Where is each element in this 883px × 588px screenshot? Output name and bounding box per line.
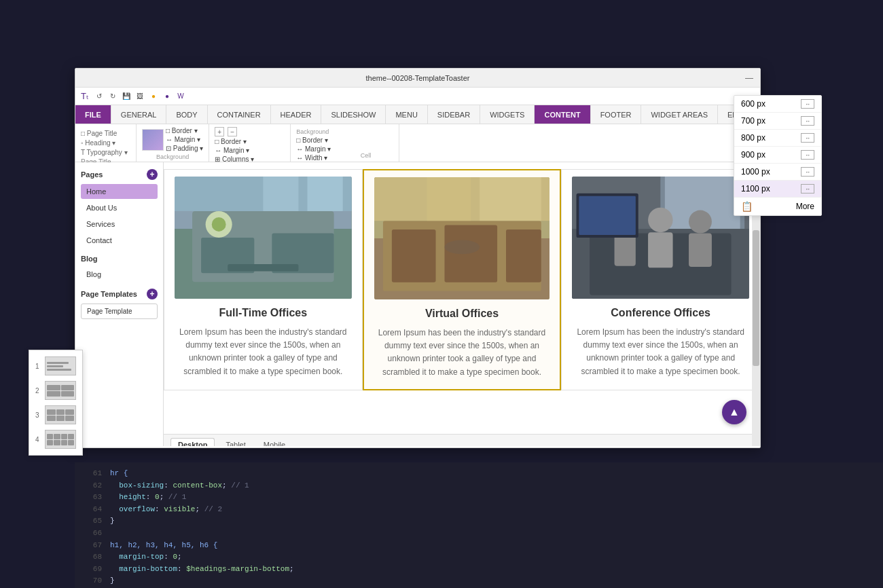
virtual-text: Lorem Ipsum has been the industry's stan… [374,327,550,379]
thumbnail-img-1 [45,356,76,375]
width-1000-icon [801,167,814,177]
sidebar-item-contact[interactable]: Contact [81,233,158,248]
code-line-66: 66 [83,528,875,540]
undo-icon[interactable]: ↺ [93,90,105,103]
fulltime-card[interactable]: Full-Time Offices Lorem Ipsum has been t… [164,169,363,390]
width-option-800[interactable]: 800 px [734,130,821,147]
tab-slideshow[interactable]: SLIDESHOW [321,105,386,124]
toolbar-panel-main: □ Border ▾ ↔ Margin ▾ ⊡ Padding ▾ Backgr… [137,124,209,162]
color-icon[interactable]: ● [147,90,160,103]
svg-point-6 [212,217,226,232]
tab-header[interactable]: HEADER [271,105,322,124]
canvas-area[interactable]: ✕ ⤢ [164,162,760,446]
background-preview-main[interactable] [142,129,164,151]
tab-general[interactable]: GENERAL [111,105,167,124]
fulltime-title: Full-Time Offices [175,307,352,319]
scrollbar-thumb[interactable] [753,230,759,366]
page-title-btn[interactable]: □ Page Title [81,130,128,137]
minimize-button[interactable]: — [745,73,753,83]
margin-btn-main[interactable]: ↔ Margin ▾ [166,136,203,143]
code-line-65: 65 } [83,515,875,528]
svg-point-20 [444,240,480,255]
typography-btn[interactable]: T Typography ▾ [81,149,128,156]
code-line-70: 70 } [83,575,875,587]
sidebar-item-services[interactable]: Services [81,217,158,232]
width-more-icon: 📋 [741,201,753,212]
border-btn-main[interactable]: □ Border ▾ [166,127,203,134]
cell-panel-label: Cell [338,152,393,159]
tab-body[interactable]: BODY [166,105,207,124]
svg-rect-14 [392,229,436,282]
page-template-item[interactable]: Page Template [81,304,158,319]
width-option-600[interactable]: 600 px [734,96,821,113]
code-editor-panel[interactable]: 61 hr { 62 box-sizing: content-box; // 1… [75,462,883,588]
tab-content[interactable]: CONTENT [535,105,590,124]
pages-label: Pages [81,170,103,179]
color2-icon[interactable]: ● [161,90,173,103]
svg-rect-15 [444,225,497,282]
thumbnail-4[interactable]: 4 [33,427,79,452]
tab-sidebar[interactable]: SIDEBAR [428,105,480,124]
title-bar: theme--00208-TemplateToaster — [75,69,760,88]
type-icon: Tₜ [81,91,89,101]
code-line-64: 64 overflow: visible; // 2 [83,504,875,516]
width-1100-icon [801,184,814,194]
tab-footer[interactable]: FOOTER [591,105,642,124]
scroll-top-button[interactable]: ▲ [722,400,746,424]
width-option-900[interactable]: 900 px [734,147,821,164]
width-600-icon [801,99,814,109]
wordpress-icon[interactable]: W [175,90,187,103]
desktop-view-tab[interactable]: Desktop [170,438,215,446]
svg-rect-34 [579,196,636,235]
tab-file[interactable]: FILE [75,105,111,124]
code-line-61: 61 hr { [83,468,875,480]
image-icon[interactable]: 🖼 [134,90,146,103]
tab-menu[interactable]: MENU [386,105,427,124]
mobile-view-tab[interactable]: Mobile [257,439,292,447]
redo-icon[interactable]: ↻ [107,90,119,103]
add-page-button[interactable]: + [147,169,158,180]
save-icon[interactable]: 💾 [120,90,132,103]
padding-btn-main[interactable]: ⊡ Padding ▾ [166,145,203,152]
row-plus-icon[interactable]: + [215,127,224,136]
fulltime-text: Lorem Ipsum has been the industry's stan… [175,326,352,378]
width-option-700[interactable]: 700 px [734,113,821,130]
tablet-view-tab[interactable]: Tablet [219,439,252,447]
border-btn-cell[interactable]: □ Border ▾ [296,136,331,144]
width-panel: 600 px 700 px 800 px 900 px 1000 px 1100… [734,95,822,216]
add-template-button[interactable]: + [147,289,158,299]
width-option-more[interactable]: 📋 More [734,198,821,215]
tab-container[interactable]: CONTAINER [208,105,271,124]
virtual-title: Virtual Offices [374,308,550,320]
conference-image [572,177,749,299]
sidebar-item-home[interactable]: Home [81,184,158,199]
templates-section-title: Page Templates + [81,289,158,299]
left-sidebar: Pages + Home About Us Services Contact B… [75,162,164,446]
width-700-label: 700 px [741,116,765,126]
width-btn-cell[interactable]: ↔ Width ▾ [296,154,331,162]
width-option-1100[interactable]: 1100 px [734,181,821,198]
thumbnail-3[interactable]: 3 [33,403,79,427]
tab-widgets[interactable]: WIDGETS [480,105,535,124]
heading-btn[interactable]: ◦ Heading ▾ [81,139,128,147]
margin-btn-cell[interactable]: ↔ Margin ▾ [296,145,331,153]
border-btn-row[interactable]: □ Border ▾ [215,138,254,145]
svg-rect-7 [228,264,298,271]
sidebar-item-about[interactable]: About Us [81,200,158,215]
svg-point-31 [689,210,712,234]
row-minus-icon[interactable]: − [228,127,237,136]
blog-section-title: Blog [81,255,158,263]
thumbnail-2[interactable]: 2 [33,378,79,403]
tab-widget-areas[interactable]: WIDGET AREAS [641,105,718,124]
width-option-1000[interactable]: 1000 px [734,164,821,181]
editor-window: theme--00208-TemplateToaster — Tₜ ↺ ↻ 💾 … [75,68,761,448]
virtual-image [374,177,550,299]
virtual-card[interactable]: Virtual Offices Lorem Ipsum has been the… [363,169,562,390]
width-900-icon [801,150,814,160]
code-line-62: 62 box-sizing: content-box; // 1 [83,480,875,492]
tab-bar: FILE GENERAL BODY CONTAINER HEADER SLIDE… [75,105,760,124]
margin-btn-row[interactable]: ↔ Margin ▾ [215,147,254,154]
thumbnail-1[interactable]: 1 [33,354,79,378]
conference-card[interactable]: Conference Offices Lorem Ipsum has been … [561,169,760,390]
sidebar-item-blog[interactable]: Blog [81,267,158,282]
